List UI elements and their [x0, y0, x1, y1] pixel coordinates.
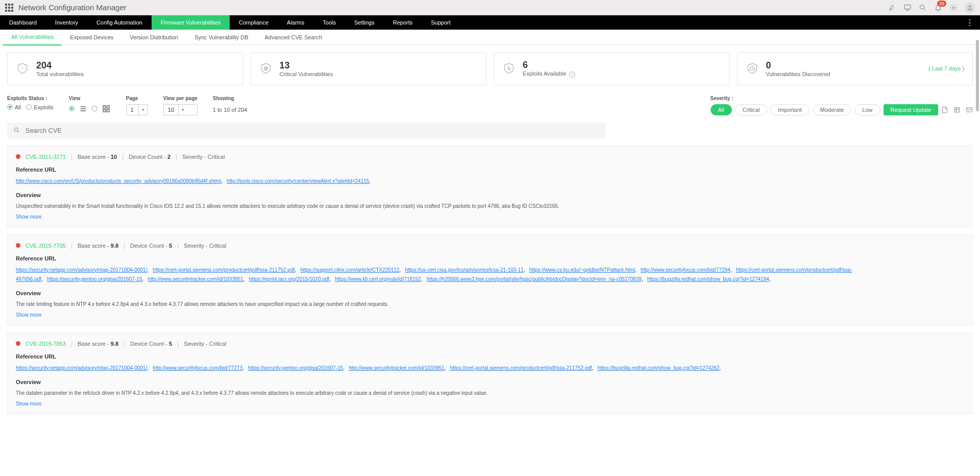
radio-exploits-all[interactable]: All: [7, 104, 21, 110]
svg-rect-14: [967, 107, 972, 111]
view-per-page-select[interactable]: 10▾: [163, 104, 198, 115]
stat-link[interactable]: ( Last 7 days ): [928, 65, 964, 72]
view-per-page-label: View per page: [163, 96, 198, 101]
reference-urls: https://security.netapp.com/advisory/nta…: [16, 266, 964, 284]
show-more-link[interactable]: Show more: [16, 214, 964, 220]
stat-value: 6: [523, 60, 575, 70]
stat-card-3[interactable]: 0Vulnerabilities Discovered( Last 7 days…: [737, 52, 973, 85]
reference-url-link[interactable]: https://cert-portal.siemens.com/productc…: [153, 267, 295, 273]
main-nav-tools[interactable]: Tools: [313, 15, 345, 30]
avatar[interactable]: [965, 3, 975, 13]
severity-pill-important[interactable]: Important: [770, 104, 809, 115]
severity-pill-all[interactable]: All: [710, 104, 732, 115]
reference-url-link[interactable]: https://h20566.www2.hpe.com/portal/site/…: [427, 276, 642, 282]
reference-url-link[interactable]: https://bugzilla.redhat.com/show_bug.cgi…: [647, 276, 769, 282]
view-radio-grid[interactable]: [92, 106, 97, 111]
reference-url-link[interactable]: https://cert-portal.siemens.com/productc…: [450, 365, 592, 371]
stat-card-1[interactable]: 13Critical Vulnerabilities: [251, 52, 487, 85]
overview-heading: Overview: [16, 290, 964, 296]
reference-url-link[interactable]: https://support.citrix.com/article/CTX22…: [300, 267, 399, 273]
export-pdf-icon[interactable]: [941, 106, 948, 113]
view-radio-list[interactable]: [69, 106, 75, 111]
reference-url-link[interactable]: https://security.netapp.com/advisory/nta…: [16, 365, 147, 371]
reference-url-link[interactable]: https://us-cert.cisa.gov/ics/advisories/…: [405, 267, 523, 273]
scrollbar-thumb[interactable]: [976, 40, 979, 111]
radio-exploits-only[interactable]: Exploits: [26, 104, 54, 110]
cve-card: CVE-2015-7705|Base score - 9.8|Device Co…: [7, 234, 973, 325]
show-more-link[interactable]: Show more: [16, 401, 964, 407]
main-nav-inventory[interactable]: Inventory: [46, 15, 87, 30]
main-nav-config-automation[interactable]: Config Automation: [87, 15, 152, 30]
severity-pill-critical[interactable]: Critical: [735, 104, 768, 115]
gear-icon[interactable]: [949, 4, 958, 12]
main-nav-dashboard[interactable]: Dashboard: [0, 15, 46, 30]
view-grid-icon[interactable]: [102, 104, 111, 113]
stat-value: 0: [766, 60, 830, 71]
overview-heading: Overview: [16, 379, 964, 385]
sub-nav-exposed-devices[interactable]: Exposed Devices: [62, 30, 121, 45]
stat-value: 204: [36, 60, 84, 71]
stat-card-2[interactable]: 6Exploits Availablei: [494, 52, 730, 85]
cve-card: CVE-2015-7853|Base score - 9.8|Device Co…: [7, 332, 973, 414]
info-icon[interactable]: i: [569, 72, 575, 78]
page-select[interactable]: 1▾: [126, 104, 148, 115]
reference-url-link[interactable]: http://www.securitytracker.com/id/103395…: [148, 276, 243, 282]
reference-url-link[interactable]: https://www.cs.bu.edu/~goldbe/NTPattack.…: [529, 267, 635, 273]
reference-url-link[interactable]: http://www.securitytracker.com/id/103395…: [349, 365, 444, 371]
sub-nav: All VulnerabilitiesExposed DevicesVersio…: [0, 30, 980, 45]
sub-nav-sync-vulnerability-db[interactable]: Sync Vulnerability DB: [186, 30, 256, 45]
reference-url-link[interactable]: http://www.cisco.com/en/US/products/prod…: [16, 178, 221, 184]
request-update-button[interactable]: Request Update: [884, 104, 939, 115]
reference-url-link[interactable]: http://www.securityfocus.com/bid/77284: [641, 267, 730, 273]
reference-urls: http://www.cisco.com/en/US/products/prod…: [16, 177, 964, 186]
monitor-icon[interactable]: [903, 4, 912, 12]
reference-url-link[interactable]: http://www.securityfocus.com/bid/77273: [153, 365, 242, 371]
rocket-icon[interactable]: [888, 4, 896, 12]
reference-url-link[interactable]: https://security.gentoo.org/glsa/201607-…: [248, 365, 343, 371]
export-csv-icon[interactable]: [953, 106, 961, 113]
reference-url-link[interactable]: https://www.kb.cert.org/vuls/id/718152: [335, 276, 421, 282]
controls-row: Exploits Status : All Exploits View Page…: [7, 96, 973, 115]
showing-text: 1 to 10 of 204: [213, 104, 247, 115]
severity-label: Severity :: [710, 96, 733, 101]
reference-url-link[interactable]: https://bugzilla.redhat.com/show_bug.cgi…: [598, 365, 720, 371]
bell-icon[interactable]: 29: [934, 4, 942, 12]
overview-text: The datalen parameter in the refclock dr…: [16, 389, 964, 397]
reference-url-link[interactable]: https://eprint.iacr.org/2015/1020.pdf: [249, 276, 329, 282]
sub-nav-advanced-cve-search[interactable]: Advanced CVE Search: [257, 30, 331, 45]
apps-grid-icon[interactable]: [5, 4, 13, 12]
search-icon[interactable]: [919, 4, 927, 12]
reference-url-link[interactable]: https://security.gentoo.org/glsa/201607-…: [47, 276, 142, 282]
cve-id-link[interactable]: CVE-2011-3271: [26, 154, 66, 160]
show-more-link[interactable]: Show more: [16, 312, 964, 318]
main-nav-compliance[interactable]: Compliance: [230, 15, 278, 30]
reference-url-link[interactable]: https://security.netapp.com/advisory/nta…: [16, 267, 147, 273]
svg-rect-11: [103, 109, 106, 112]
severity-text: Severity - Critical: [182, 154, 225, 160]
main-nav-support[interactable]: Support: [422, 15, 460, 30]
main-nav-firmware-vulnerabilities[interactable]: Firmware Vulnerabilities: [152, 15, 230, 30]
cve-id-link[interactable]: CVE-2015-7853: [26, 341, 66, 347]
view-label: View: [69, 96, 111, 101]
more-menu-icon[interactable]: ⋮: [960, 18, 980, 28]
reference-url-heading: Reference URL: [16, 166, 964, 173]
stat-card-0[interactable]: 204Total vulnerabilities: [7, 52, 243, 85]
svg-point-1: [920, 5, 924, 9]
severity-pill-low[interactable]: Low: [854, 104, 880, 115]
search-input[interactable]: [26, 127, 600, 134]
cve-id-link[interactable]: CVE-2015-7705: [26, 243, 66, 249]
main-nav-alarms[interactable]: Alarms: [278, 15, 313, 30]
main-nav-reports[interactable]: Reports: [384, 15, 422, 30]
sub-nav-version-distribution[interactable]: Version Distribution: [121, 30, 186, 45]
reference-url-link[interactable]: http://tools.cisco.com/security/center/v…: [227, 178, 369, 184]
exploits-status-label: Exploits Status :: [7, 96, 54, 101]
svg-point-2: [952, 7, 954, 9]
email-icon[interactable]: [966, 106, 973, 113]
main-nav-settings[interactable]: Settings: [345, 15, 384, 30]
severity-pill-moderate[interactable]: Moderate: [813, 104, 851, 115]
svg-point-15: [14, 128, 18, 131]
sub-nav-all-vulnerabilities[interactable]: All Vulnerabilities: [3, 29, 62, 45]
view-list-icon[interactable]: [79, 104, 88, 113]
overview-heading: Overview: [16, 192, 964, 198]
search-box[interactable]: [7, 123, 606, 138]
